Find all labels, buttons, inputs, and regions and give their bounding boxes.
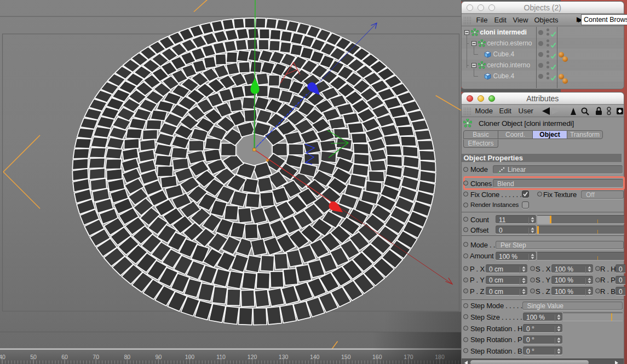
svg-text:40: 40 bbox=[0, 354, 5, 360]
